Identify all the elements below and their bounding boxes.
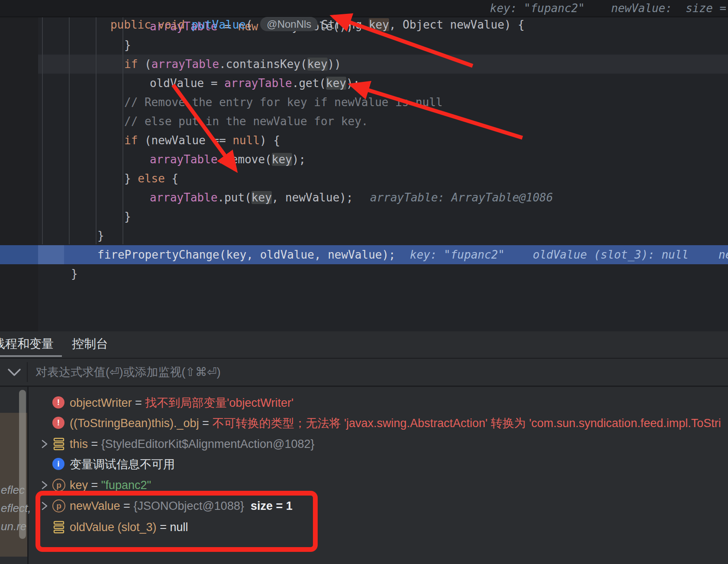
highlighted-identifier-key: key [272, 153, 292, 166]
code-line: if (arrayTable.containsKey(key)) [124, 55, 341, 74]
variable-text: newValue = {JSONObject@1088} size = 1 [70, 497, 293, 515]
code-token: arrayTable [224, 77, 292, 90]
indent-guide [96, 17, 97, 244]
expand-chevron-icon[interactable] [40, 501, 49, 511]
watch-text: objectWriter = 找不到局部变量'objectWriter' [70, 394, 293, 412]
equals: = [132, 396, 145, 409]
expression-input-placeholder[interactable]: 对表达式求值(⏎)或添加监视(⇧⌘⏎) [35, 359, 221, 386]
variable-text: this = {StyledEditorKit$AlignmentAction@… [70, 435, 315, 453]
variable-row-newvalue[interactable]: p newValue = {JSONObject@1088} size = 1 [27, 497, 728, 515]
sticky-signature-line: public void putValue( @NonNlsString key,… [0, 0, 728, 17]
debug-tabbar: 线程和变量 控制台 [0, 331, 728, 359]
watch-row-objectwriter[interactable]: ! objectWriter = 找不到局部变量'objectWriter' [27, 394, 728, 412]
inline-debug-hint: key: "fupanc2" [490, 0, 585, 16]
variable-value: {StyledEditorKit$AlignmentAction@1082} [101, 438, 315, 451]
tab-console[interactable]: 控制台 [72, 331, 108, 358]
code-token: if [124, 58, 138, 71]
tab-threads-and-variables[interactable]: 线程和变量 [0, 331, 54, 358]
field-icon [52, 438, 65, 451]
inline-debug-hint: arrayTable: ArrayTable@1086 [370, 188, 553, 207]
execution-line-gutter [38, 245, 64, 264]
code-line: oldValue = arrayTable.get(key); [150, 74, 360, 93]
code-token: oldValue = [150, 77, 224, 90]
code-token: )) [328, 58, 341, 71]
inline-debug-hint: key: "fupanc2" [410, 245, 505, 264]
equals: = [88, 479, 101, 492]
variable-name: oldValue (slot_3) [70, 521, 157, 534]
code-token: (newValue == [138, 134, 232, 147]
variable-value: "fupanc2" [101, 479, 151, 492]
equals: = [120, 499, 134, 512]
code-token: null [232, 134, 260, 147]
code-token: .containsKey( [219, 58, 307, 71]
variable-name: ((ToStringBean)this)._obj [70, 417, 199, 430]
code-token: , Object newValue) { [389, 18, 525, 31]
parameter-icon: p [52, 499, 65, 512]
code-token: .remove( [218, 153, 272, 166]
execution-line-gutter-left [0, 245, 38, 264]
code-token: arrayTable [151, 58, 219, 71]
debug-panel: 线程和变量 控制台 对表达式求值(⏎)或添加监视(⇧⌘⏎) eflec efle… [0, 331, 728, 564]
code-token: .put( [218, 191, 251, 204]
watch-text: ((ToStringBean)this)._obj = 不可转换的类型；无法将 … [70, 415, 721, 432]
param-glyph: p [56, 501, 61, 510]
scrollbar-thumb[interactable] [19, 390, 26, 539]
expand-chevron-icon[interactable] [40, 480, 49, 490]
error-icon: ! [52, 396, 64, 408]
indent-guide [122, 17, 123, 244]
inline-debug-hint: oldValue (slot_3): null [533, 245, 689, 264]
info-glyph: i [57, 459, 59, 468]
frames-panel[interactable]: eflec eflect, un.re java.i .io) [0, 387, 29, 564]
code-token: } [124, 172, 138, 185]
code-line: } [124, 207, 131, 226]
variable-value: {JSONObject@1088} [133, 499, 244, 512]
separator [27, 362, 28, 382]
code-line: } [124, 36, 131, 55]
highlighted-identifier-key: key [251, 191, 272, 204]
code-token: ( [138, 58, 151, 71]
code-token: ) { [260, 134, 280, 147]
code-token: if [124, 134, 138, 147]
code-token: , newValue); [272, 191, 353, 204]
error-icon: ! [52, 417, 64, 429]
info-row: i 变量调试信息不可用 [27, 456, 728, 473]
variable-row-oldvalue[interactable]: oldValue (slot_3) = null [27, 519, 728, 536]
code-editor[interactable]: public void putValue( @NonNlsString key,… [0, 0, 728, 331]
code-line: } [97, 226, 104, 245]
watch-row-tostringbean[interactable]: ! ((ToStringBean)this)._obj = 不可转换的类型；无法… [27, 415, 728, 432]
code-token: arrayTable [150, 191, 218, 204]
variable-row-this[interactable]: this = {StyledEditorKit$AlignmentAction@… [27, 435, 728, 453]
code-token: ); [292, 153, 306, 166]
code-line: } else { [124, 169, 178, 188]
indent-guide [69, 17, 70, 244]
code-line-comment: // else put in the newValue for key. [124, 112, 368, 131]
active-tab-underline [0, 355, 62, 357]
code-line-comment: // Remove the entry for key if newValue … [124, 93, 443, 112]
error-glyph: ! [57, 418, 60, 427]
variable-row-key[interactable]: p key = "fupanc2" [27, 476, 728, 494]
nonnls-annotation-pill: @NonNls [260, 17, 318, 31]
highlighted-identifier-key: key [307, 58, 328, 71]
variable-text: key = "fupanc2" [70, 476, 151, 494]
equals: = [199, 417, 213, 430]
expand-chevron-icon[interactable] [40, 439, 49, 449]
size-badge: size = 1 [251, 499, 293, 512]
inline-debug-hint: ne [718, 245, 728, 264]
expression-evaluation-bar[interactable]: 对表达式求值(⏎)或添加监视(⇧⌘⏎) [0, 359, 728, 387]
info-icon: i [52, 458, 64, 470]
variables-area: eflec eflect, un.re java.i .io) ! object… [0, 387, 728, 564]
error-glyph: ! [57, 398, 60, 407]
code-line: arrayTable.remove(key); [150, 150, 306, 169]
variable-name: this [70, 438, 88, 451]
chevron-down-icon[interactable] [7, 368, 22, 377]
code-token: ); [346, 77, 360, 90]
code-token: arrayTable [150, 153, 218, 166]
frame-item[interactable]: eflect, [1, 499, 31, 517]
variable-value: = null [157, 521, 188, 534]
frame-item[interactable]: java.i [1, 561, 27, 564]
code-line: arrayTable.put(key, newValue); [150, 188, 353, 207]
ide-debug-screen: public void putValue( @NonNlsString key,… [0, 0, 728, 564]
code-token: public void [41, 18, 192, 31]
execution-code-line: firePropertyChange(key, oldValue, newVal… [97, 245, 396, 264]
code-token: putValue [192, 18, 246, 31]
